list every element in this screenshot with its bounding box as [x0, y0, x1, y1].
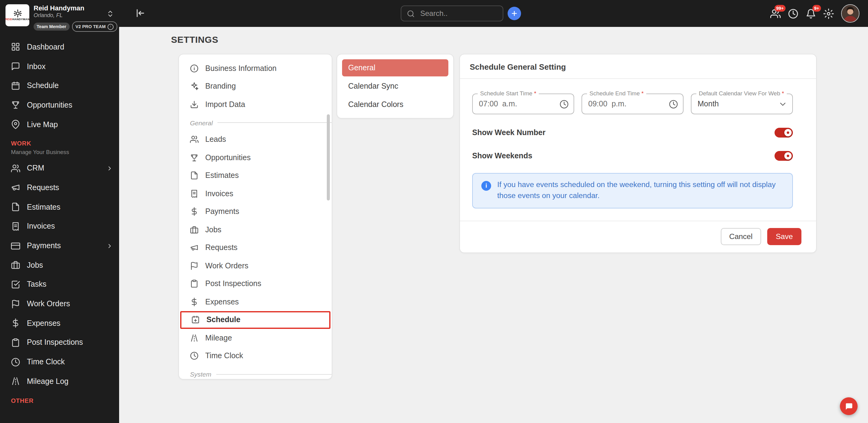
road-icon: [190, 334, 198, 342]
global-search[interactable]: [401, 5, 503, 21]
tab-calendar-sync[interactable]: Calendar Sync: [342, 78, 448, 95]
card-icon: [11, 241, 20, 250]
company-badges: Team Member V2 PRO TEAM↑: [34, 21, 113, 32]
users-icon: [11, 164, 20, 173]
referrals-button[interactable]: 99+: [770, 8, 781, 19]
trophy-icon: [11, 101, 20, 110]
sidebar-item-expenses[interactable]: Expenses: [0, 314, 119, 333]
sidebar-item-label: Inbox: [27, 62, 45, 70]
sidebar-item-payments[interactable]: Payments: [0, 236, 119, 255]
settings-nav-mileage[interactable]: Mileage: [179, 329, 332, 347]
quick-add-button[interactable]: [507, 7, 521, 20]
settings-nav-label: Schedule: [207, 316, 240, 324]
clock-icon[interactable]: [669, 100, 678, 109]
sidebar-item-label: Live Map: [27, 120, 58, 129]
cancel-button[interactable]: Cancel: [720, 228, 761, 246]
settings-nav-leads[interactable]: Leads: [179, 131, 332, 148]
sparkle-icon: [190, 82, 198, 91]
settings-nav-label: Business Information: [205, 64, 276, 73]
sidebar-item-invoices[interactable]: Invoices: [0, 217, 119, 236]
info-icon: [190, 64, 198, 73]
sidebar-item-work-orders[interactable]: Work Orders: [0, 294, 119, 314]
sidebar-item-label: CRM: [27, 164, 44, 173]
sidebar-item-label: Schedule: [27, 81, 59, 90]
schedule-start-time-field[interactable]: Schedule Start Time * 07:00 a.m.: [472, 93, 574, 114]
chat-launcher-button[interactable]: [840, 397, 858, 415]
sidebar-item-estimates[interactable]: Estimates: [0, 197, 119, 217]
sidebar-collapse-icon[interactable]: [135, 8, 145, 18]
sidebar-item-schedule[interactable]: Schedule: [0, 76, 119, 95]
weekend-info-alert: i If you have events scheduled on the we…: [472, 173, 793, 208]
settings-nav-opportunities[interactable]: Opportunities: [179, 148, 332, 167]
sidebar-item-dashboard[interactable]: Dashboard: [0, 37, 119, 57]
sidebar-item-post-inspections[interactable]: Post Inspections: [0, 333, 119, 352]
sidebar-item-requests[interactable]: Requests: [0, 178, 119, 197]
save-button[interactable]: Save: [767, 228, 801, 246]
clock-icon[interactable]: [560, 100, 569, 109]
clock-icon: [190, 352, 198, 360]
sidebar-item-time-clock[interactable]: Time Clock: [0, 352, 119, 372]
settings-nav-import-data[interactable]: Import Data: [179, 95, 332, 113]
chevron-right-icon: [106, 165, 113, 172]
sidebar-item-label: Tasks: [27, 280, 46, 289]
receipt-icon: [190, 190, 198, 198]
briefcase-icon: [11, 260, 20, 270]
settings-button[interactable]: [824, 8, 834, 19]
settings-nav-work-orders[interactable]: Work Orders: [179, 257, 332, 275]
download-icon: [190, 100, 198, 109]
other-section-title: OTHER: [11, 397, 108, 404]
company-logo: REIDHANDYMAN: [5, 4, 29, 26]
settings-nav-business-information[interactable]: Business Information: [179, 59, 332, 77]
show-weekends-toggle[interactable]: [775, 151, 793, 161]
company-switcher-icon[interactable]: [106, 10, 114, 18]
sidebar-item-label: Opportunities: [27, 101, 72, 109]
settings-nav-label: Estimates: [205, 171, 239, 180]
settings-nav-label: Opportunities: [205, 153, 251, 162]
search-input[interactable]: [419, 8, 497, 18]
sidebar-item-label: Requests: [27, 184, 59, 192]
calendar-icon: [11, 81, 20, 90]
sidebar-item-crm[interactable]: CRM: [0, 159, 119, 178]
settings-nav-estimates[interactable]: Estimates: [179, 167, 332, 185]
settings-nav-branding[interactable]: Branding: [179, 77, 332, 95]
company-identity: Reid Handyman Orlando, FL Team Member V2…: [34, 4, 113, 32]
sidebar-item-inbox[interactable]: Inbox: [0, 57, 119, 76]
settings-nav-payments[interactable]: Payments: [179, 203, 332, 221]
settings-nav-invoices[interactable]: Invoices: [179, 185, 332, 203]
team-member-badge: Team Member: [34, 23, 69, 31]
settings-nav-jobs[interactable]: Jobs: [179, 221, 332, 239]
sidebar-item-opportunities[interactable]: Opportunities: [0, 95, 119, 115]
settings-nav-label: Leads: [205, 135, 226, 144]
settings-nav-expenses[interactable]: Expenses: [179, 293, 332, 311]
sidebar-item-jobs[interactable]: Jobs: [0, 255, 119, 275]
schedule-end-time-field[interactable]: Schedule End Time * 09:00 p.m.: [582, 93, 684, 114]
default-calendar-view-select[interactable]: Default Calendar View For Web * Month: [691, 93, 793, 114]
settings-nav-schedule-selected[interactable]: Schedule: [180, 311, 331, 329]
settings-nav-post-inspections[interactable]: Post Inspections: [179, 275, 332, 293]
required-asterisk: *: [782, 90, 784, 96]
field-label: Schedule End Time *: [587, 90, 646, 97]
sidebar-item-label: Jobs: [27, 261, 43, 269]
tab-general[interactable]: General: [342, 59, 448, 77]
settings-nav-requests[interactable]: Requests: [179, 239, 332, 257]
field-label-text: Schedule End Time: [589, 90, 641, 96]
show-week-number-toggle[interactable]: [775, 128, 793, 138]
settings-nav-label: Branding: [205, 82, 236, 91]
group-label: General: [190, 119, 213, 126]
dollar-icon: [11, 319, 20, 328]
settings-nav-time-clock[interactable]: Time Clock: [179, 347, 332, 365]
info-icon: i: [481, 181, 491, 191]
history-button[interactable]: [788, 8, 798, 19]
flag-icon: [190, 262, 198, 270]
sidebar-item-tasks[interactable]: Tasks: [0, 275, 119, 294]
sidebar-item-label: Payments: [27, 242, 61, 250]
sidebar-item-mileage-log[interactable]: Mileage Log: [0, 372, 119, 391]
sidebar-company-header[interactable]: REIDHANDYMAN Reid Handyman Orlando, FL T…: [0, 0, 119, 34]
settings-nav-scrollbar[interactable]: [327, 114, 330, 200]
pro-team-badge[interactable]: V2 PRO TEAM↑: [72, 21, 117, 32]
notifications-button[interactable]: 9+: [806, 8, 816, 19]
user-avatar[interactable]: [841, 4, 860, 23]
tab-calendar-colors[interactable]: Calendar Colors: [342, 96, 448, 113]
sidebar-menu: Dashboard Inbox Schedule Opportunities L…: [0, 34, 119, 404]
sidebar-item-live-map[interactable]: Live Map: [0, 115, 119, 134]
